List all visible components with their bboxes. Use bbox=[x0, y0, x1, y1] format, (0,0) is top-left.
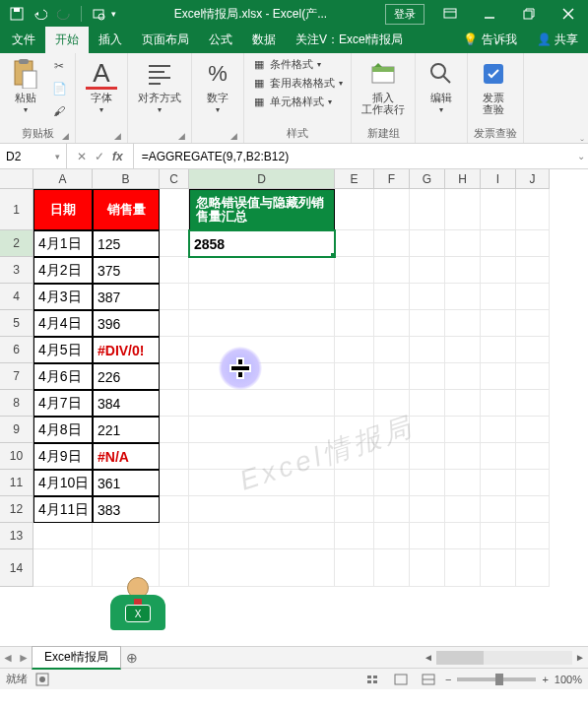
cell[interactable] bbox=[410, 189, 445, 230]
cell[interactable] bbox=[160, 310, 189, 337]
cell[interactable] bbox=[445, 230, 481, 257]
cell[interactable] bbox=[160, 363, 189, 390]
cell[interactable]: 4月10日 bbox=[33, 470, 93, 496]
cell[interactable] bbox=[516, 390, 550, 417]
cell[interactable]: 387 bbox=[93, 284, 160, 310]
cell[interactable] bbox=[374, 390, 410, 417]
cell[interactable] bbox=[445, 189, 481, 230]
cell[interactable] bbox=[335, 496, 374, 523]
tab-pagelayout[interactable]: 页面布局 bbox=[132, 27, 199, 53]
cell[interactable] bbox=[516, 257, 550, 284]
tab-file[interactable]: 文件 bbox=[2, 27, 45, 53]
row-header-9[interactable]: 9 bbox=[0, 417, 33, 443]
invoice-check-button[interactable]: 发票 查验 bbox=[474, 56, 513, 117]
col-header-H[interactable]: H bbox=[445, 169, 481, 189]
cell[interactable] bbox=[189, 549, 335, 587]
cell[interactable] bbox=[335, 189, 374, 230]
cell[interactable] bbox=[374, 363, 410, 390]
cell[interactable] bbox=[516, 443, 550, 470]
name-box[interactable]: D2▾ bbox=[0, 144, 67, 168]
cell[interactable] bbox=[160, 390, 189, 417]
add-sheet-icon[interactable]: ⊕ bbox=[121, 650, 143, 666]
cell[interactable] bbox=[335, 363, 374, 390]
close-icon[interactable] bbox=[549, 0, 588, 28]
share-button[interactable]: 👤 共享 bbox=[527, 27, 588, 53]
paste-button[interactable]: 粘贴▾ bbox=[6, 56, 45, 116]
cell[interactable] bbox=[374, 310, 410, 337]
cell[interactable] bbox=[160, 230, 189, 257]
cell[interactable] bbox=[33, 549, 93, 587]
cell[interactable] bbox=[374, 496, 410, 523]
cell[interactable] bbox=[445, 363, 481, 390]
col-header-B[interactable]: B bbox=[93, 169, 160, 189]
cell[interactable] bbox=[374, 230, 410, 257]
normal-view-icon[interactable] bbox=[362, 671, 384, 688]
cell[interactable] bbox=[516, 230, 550, 257]
cell[interactable] bbox=[516, 417, 550, 443]
zoom-out-icon[interactable]: − bbox=[445, 674, 451, 685]
cancel-formula-icon[interactable]: ✕ bbox=[77, 150, 87, 163]
cell[interactable] bbox=[516, 363, 550, 390]
row-header-8[interactable]: 8 bbox=[0, 390, 33, 417]
cell[interactable] bbox=[516, 470, 550, 496]
cell[interactable] bbox=[335, 549, 374, 587]
zoom-slider[interactable] bbox=[457, 677, 536, 681]
tab-data[interactable]: 数据 bbox=[242, 27, 286, 53]
cell[interactable] bbox=[445, 523, 481, 549]
cell[interactable]: 4月1日 bbox=[33, 230, 93, 257]
cell[interactable] bbox=[374, 257, 410, 284]
col-header-G[interactable]: G bbox=[410, 169, 445, 189]
insert-sheetrow-button[interactable]: 插入工作表行 bbox=[358, 56, 409, 117]
collapse-ribbon-icon[interactable]: ˇ bbox=[580, 138, 584, 150]
dialog-launcher-icon[interactable]: ◢ bbox=[230, 131, 237, 141]
cell[interactable] bbox=[410, 310, 445, 337]
cell[interactable] bbox=[189, 363, 335, 390]
tab-insert[interactable]: 插入 bbox=[89, 27, 132, 53]
cell[interactable]: 4月11日 bbox=[33, 496, 93, 523]
cell[interactable] bbox=[160, 470, 189, 496]
tab-home[interactable]: 开始 bbox=[45, 27, 89, 53]
cell[interactable] bbox=[374, 337, 410, 363]
cell[interactable] bbox=[410, 230, 445, 257]
cell[interactable] bbox=[516, 496, 550, 523]
cell[interactable] bbox=[445, 549, 481, 587]
cell[interactable] bbox=[335, 284, 374, 310]
cell[interactable] bbox=[410, 337, 445, 363]
font-button[interactable]: A 字体▾ bbox=[82, 56, 121, 116]
cell[interactable] bbox=[160, 257, 189, 284]
cell[interactable] bbox=[481, 470, 516, 496]
cell[interactable] bbox=[516, 549, 550, 587]
select-all-corner[interactable] bbox=[0, 169, 33, 189]
row-header-3[interactable]: 3 bbox=[0, 257, 33, 284]
cell[interactable] bbox=[160, 496, 189, 523]
cell[interactable] bbox=[481, 549, 516, 587]
cell[interactable] bbox=[374, 470, 410, 496]
cell[interactable] bbox=[481, 310, 516, 337]
dialog-launcher-icon[interactable]: ◢ bbox=[178, 131, 185, 141]
cell[interactable] bbox=[445, 417, 481, 443]
copy-icon[interactable]: 📄 bbox=[49, 79, 69, 98]
dialog-launcher-icon[interactable]: ◢ bbox=[114, 131, 121, 141]
restore-icon[interactable] bbox=[509, 0, 549, 28]
cell[interactable] bbox=[516, 523, 550, 549]
cell[interactable] bbox=[93, 523, 160, 549]
cell[interactable]: 2858 bbox=[189, 230, 335, 257]
cell[interactable] bbox=[335, 523, 374, 549]
cell[interactable] bbox=[445, 284, 481, 310]
cell[interactable]: 忽略错误值与隐藏列销售量汇总 bbox=[189, 189, 335, 230]
col-header-E[interactable]: E bbox=[335, 169, 374, 189]
cell[interactable] bbox=[189, 470, 335, 496]
expand-formula-bar-icon[interactable]: ⌄ bbox=[574, 151, 588, 161]
cell[interactable] bbox=[335, 230, 374, 257]
sheet-prev-icon[interactable]: ◄ bbox=[0, 651, 16, 665]
cell[interactable] bbox=[410, 257, 445, 284]
row-header-13[interactable]: 13 bbox=[0, 523, 33, 549]
cell[interactable] bbox=[410, 470, 445, 496]
cell[interactable]: 4月4日 bbox=[33, 310, 93, 337]
cell[interactable] bbox=[410, 390, 445, 417]
embedded-clipart[interactable]: X bbox=[103, 577, 172, 640]
row-header-7[interactable]: 7 bbox=[0, 363, 33, 390]
table-format-button[interactable]: ▦套用表格格式 ▾ bbox=[250, 75, 345, 92]
cell[interactable] bbox=[481, 417, 516, 443]
number-button[interactable]: % 数字▾ bbox=[198, 56, 237, 116]
